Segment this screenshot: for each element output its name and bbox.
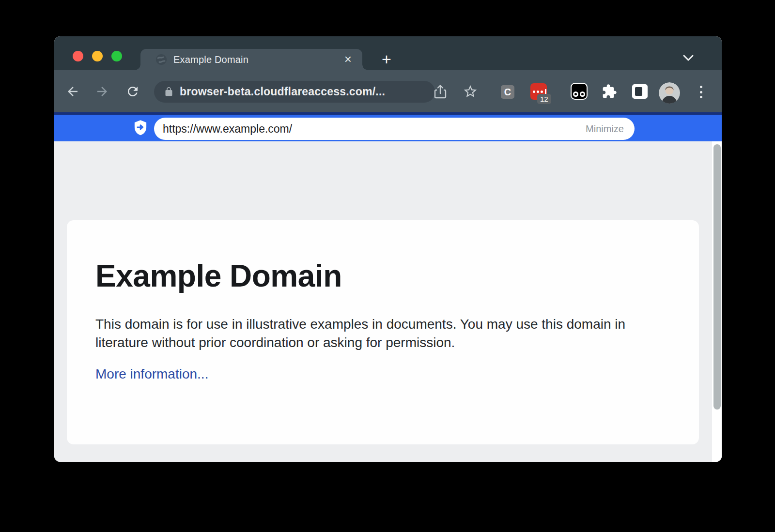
side-panel-button[interactable] bbox=[632, 84, 648, 99]
minimize-window-button[interactable] bbox=[92, 51, 103, 61]
share-icon bbox=[434, 84, 447, 99]
shield-arrow-icon bbox=[133, 120, 148, 136]
tab-curve-right bbox=[362, 64, 368, 70]
omnibox[interactable]: browser-beta.cloudflareaccess.com/... bbox=[154, 81, 435, 103]
close-window-button[interactable] bbox=[73, 51, 83, 61]
minimize-bar-button[interactable]: Minimize bbox=[586, 123, 624, 135]
kebab-menu-icon bbox=[700, 86, 702, 88]
forward-button[interactable] bbox=[94, 84, 110, 99]
extensions-menu-button[interactable] bbox=[602, 84, 617, 101]
lock-icon[interactable] bbox=[164, 87, 174, 97]
bookmark-button[interactable] bbox=[463, 84, 478, 99]
more-information-link[interactable]: More information... bbox=[95, 366, 208, 382]
content-card: Example Domain This domain is for use in… bbox=[67, 220, 699, 444]
remote-url-input[interactable] bbox=[162, 122, 586, 136]
puzzle-icon bbox=[602, 84, 617, 99]
tab-curve-left bbox=[135, 64, 140, 70]
chevron-down-icon[interactable] bbox=[682, 54, 695, 62]
profile-avatar[interactable] bbox=[659, 82, 680, 104]
back-arrow-icon bbox=[65, 84, 80, 99]
tab-title: Example Domain bbox=[173, 49, 248, 70]
scrollbar-track[interactable] bbox=[712, 141, 722, 462]
page-paragraph: This domain is for use in illustrative e… bbox=[95, 315, 657, 352]
tab-close-icon[interactable]: × bbox=[344, 49, 352, 70]
tab-strip: Example Domain × + bbox=[54, 36, 722, 70]
side-panel-icon bbox=[635, 87, 642, 96]
star-icon bbox=[463, 84, 478, 99]
navigation-toolbar: browser-beta.cloudflareaccess.com/... C … bbox=[54, 70, 722, 112]
ring-icon bbox=[573, 91, 578, 97]
window-controls bbox=[73, 51, 122, 61]
scrollbar-thumb[interactable] bbox=[713, 144, 721, 410]
globe-favicon-icon bbox=[156, 54, 167, 65]
avatar-photo bbox=[659, 82, 680, 104]
browser-window: Example Domain × + browser bbox=[54, 36, 722, 462]
extension-password-button[interactable]: 12 bbox=[530, 83, 547, 100]
tab-example-domain[interactable]: Example Domain × bbox=[140, 49, 362, 70]
page-viewport: Example Domain This domain is for use in… bbox=[54, 141, 722, 462]
omnibox-url-text: browser-beta.cloudflareaccess.com/... bbox=[180, 85, 385, 98]
extension-glasses-button[interactable] bbox=[571, 83, 588, 100]
share-button[interactable] bbox=[433, 84, 448, 99]
forward-arrow-icon bbox=[95, 84, 109, 99]
screen-background: Example Domain × + browser bbox=[0, 0, 775, 532]
reload-button[interactable] bbox=[125, 84, 140, 99]
fullscreen-window-button[interactable] bbox=[111, 51, 122, 61]
remote-browser-bar: Minimize bbox=[54, 112, 722, 141]
new-tab-button[interactable]: + bbox=[375, 48, 398, 71]
browser-menu-button[interactable] bbox=[698, 84, 703, 100]
ring-icon bbox=[580, 91, 585, 97]
page-heading: Example Domain bbox=[95, 258, 342, 294]
extension-badge: 12 bbox=[537, 94, 551, 104]
reload-icon bbox=[125, 84, 140, 99]
extension-c-button[interactable]: C bbox=[501, 85, 514, 99]
remote-url-pill: Minimize bbox=[154, 118, 635, 140]
back-button[interactable] bbox=[65, 84, 80, 99]
